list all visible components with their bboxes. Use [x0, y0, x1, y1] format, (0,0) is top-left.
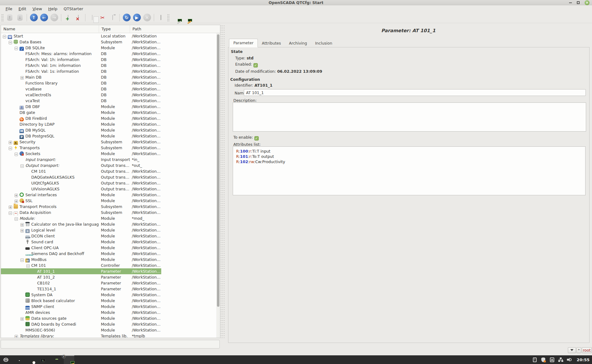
tree-row[interactable]: FSArch: Val: 1h: informationDB/WorkStati… [1, 57, 220, 63]
expand-icon[interactable]: + [20, 76, 24, 80]
show-desktop-button[interactable] [14, 356, 22, 363]
tree-row[interactable]: Directory by LDAPModule/WorkStation… [1, 121, 220, 127]
qtstarter-qtcfg-button[interactable] [171, 13, 180, 22]
collapse-icon[interactable]: − [15, 217, 18, 221]
manual-button[interactable] [156, 13, 166, 22]
tree-row[interactable]: Client OPC-UAModule/WorkStation… [1, 245, 220, 251]
collapse-icon[interactable]: − [15, 47, 18, 50]
attribute-list-item[interactable]: R:101:r:To:T output [233, 154, 585, 159]
close-button[interactable]: × [585, 0, 590, 5]
tree-row[interactable]: +Data sources gateModule/WorkStation… [1, 315, 220, 321]
tree-row[interactable]: DB gateModule/WorkStation… [1, 110, 220, 115]
tree-row[interactable]: FSArch: Val: 1m: informationDB/WorkStati… [1, 63, 220, 68]
tree-row[interactable]: MMS(IEC-9506)Module/WorkStation… [1, 327, 220, 333]
tree-row[interactable]: Input transport:Input transport*in_ [1, 157, 220, 162]
tree-row[interactable]: MDB MySQLModule/WorkStation… [1, 127, 220, 133]
star-button[interactable]: * [577, 347, 581, 353]
tab-parameter[interactable]: Parameter [229, 39, 258, 47]
reload-button[interactable]: ↻ [122, 13, 131, 22]
tree-row[interactable]: System DAModule/WorkStation… [1, 292, 220, 298]
tree-row[interactable]: −CM 101Controller/WorkStation… [1, 262, 220, 268]
volume-tray-icon[interactable] [567, 357, 572, 362]
panel-splitter[interactable] [220, 25, 225, 338]
tree-row[interactable]: +SSLModule/WorkStation… [1, 198, 220, 204]
tree-row[interactable]: SIEMENSSiemens DAQ and BeckhoffModule/Wo… [1, 251, 220, 257]
tree-row[interactable]: −Output transport:Output trans…*out_ [1, 162, 220, 168]
network-tray-icon[interactable] [558, 357, 563, 362]
tab-inclusion[interactable]: Inclusion [311, 39, 336, 47]
expand-icon[interactable]: + [9, 206, 12, 209]
minimize-button[interactable] [569, 2, 572, 3]
tree-row[interactable]: FSArch: Mess: alarms: informationDB/Work… [1, 51, 220, 57]
tree-row[interactable]: DCONDCON clientModule/WorkStation… [1, 233, 220, 239]
copy-item-button[interactable] [88, 13, 97, 22]
tree-row[interactable]: CM 101Output trans…/WorkStation… [1, 168, 220, 174]
paste-item-button[interactable] [108, 13, 117, 22]
report-tray-icon[interactable]: ! [532, 357, 537, 362]
tree-column-header-type[interactable]: Type [99, 25, 130, 33]
collapse-icon[interactable]: − [26, 264, 30, 268]
toolbar-grip[interactable] [167, 14, 169, 21]
cut-item-button[interactable]: ✂ [98, 13, 107, 22]
tree-row[interactable]: FSArch: Val: 1s: informationDB/WorkStati… [1, 68, 220, 74]
enabled-checkbox[interactable]: ✓ [253, 63, 258, 67]
tree-row[interactable]: SNMPSNMP clientModule/WorkStation… [1, 304, 220, 310]
menu-item-help[interactable]: Help [45, 6, 61, 11]
tree-row[interactable]: −Module:Module*mod_ [1, 215, 220, 221]
tree-row[interactable]: AT 101_1Parameter/WorkStation… [1, 268, 220, 274]
attributes-list[interactable]: R:100:r:Ti:T inputR:101:r:To:T outputR:1… [233, 146, 586, 195]
tree-row[interactable]: TE1314_1Parameter/WorkStation… [1, 286, 220, 292]
load-button[interactable]: ↑ [5, 13, 14, 22]
stop-button[interactable]: × [142, 13, 152, 22]
update-tray-icon[interactable] [550, 357, 555, 362]
collapse-icon[interactable]: − [15, 153, 18, 156]
menu-item-qtstarter[interactable]: QTStarter [60, 6, 86, 11]
tree-row[interactable]: vcaTestDB/WorkStation… [1, 98, 220, 104]
tree-row[interactable]: +Main DBDB/WorkStation… [1, 74, 220, 80]
expand-icon[interactable]: + [9, 141, 12, 144]
tree-row[interactable]: −↔ModBusModule/WorkStation… [1, 257, 220, 262]
tree-row[interactable]: AMR devicesModule/WorkStation… [1, 310, 220, 315]
tree-row[interactable]: −~Data AcquisitionSubsystem/WorkStation… [1, 210, 220, 215]
tree-row[interactable]: Block based calculatorModule/WorkStation… [1, 298, 220, 304]
tree-column-header-name[interactable]: Name [1, 25, 99, 33]
tree-row[interactable]: +KSecuritySubsystem/WorkStation… [1, 139, 220, 145]
tree-row[interactable]: +Templates library:Templates lib.*tmplb [1, 333, 220, 338]
tree-row[interactable]: vcaElectroElsDB/WorkStation… [1, 92, 220, 98]
terminal-launcher[interactable]: $_ [39, 356, 47, 363]
save-button[interactable]: ↓ [15, 13, 24, 22]
tree-row[interactable]: +Serial interfacesModule/WorkStation… [1, 192, 220, 198]
tree-row[interactable]: ++Logical levelModule/WorkStation… [1, 227, 220, 233]
tree-row[interactable]: +Transport ProtocolsSubsystem/WorkStatio… [1, 204, 220, 210]
tree-row[interactable]: Functions libraryDB/WorkStation… [1, 80, 220, 86]
tree-row[interactable]: CB102Parameter/WorkStation… [1, 280, 220, 286]
delete-item-button[interactable]: × [74, 13, 83, 22]
firewall-tray-icon[interactable] [541, 357, 546, 362]
expand-icon[interactable]: + [15, 335, 18, 338]
tree-column-header-path[interactable]: Path [130, 25, 220, 33]
tree-row[interactable]: −SocketsModule/WorkStation… [1, 151, 220, 157]
description-textarea[interactable] [233, 102, 586, 132]
tree-scrollbar[interactable] [216, 33, 220, 338]
collapse-icon[interactable]: − [9, 41, 12, 44]
files-launcher[interactable] [51, 356, 59, 363]
tree-scrollbar-thumb[interactable] [217, 34, 219, 307]
tree-row[interactable]: −WStartLocal station/WorkStation [1, 33, 220, 39]
user-button[interactable]: root [582, 347, 592, 353]
menu-item-edit[interactable]: Edit [15, 6, 29, 11]
tree-row[interactable]: −/DB SQLiteModule/WorkStation… [1, 45, 220, 51]
up-button[interactable]: ↑ [29, 13, 38, 22]
expand-icon[interactable]: + [15, 200, 18, 203]
qtstarter-vision-button[interactable] [181, 13, 190, 22]
tree-row[interactable]: PDB PostgreSQLModule/WorkStation… [1, 133, 220, 139]
collapse-icon[interactable]: − [9, 211, 12, 215]
maximize-button[interactable] [577, 1, 580, 4]
menu-item-file[interactable]: File [2, 6, 15, 11]
taskbar-clock[interactable]: 20:55 [577, 358, 590, 362]
menu-item-view[interactable]: View [29, 6, 45, 11]
tree-row[interactable]: −TransportsSubsystem/WorkStation… [1, 145, 220, 151]
tree-row[interactable]: DAQ boards by ComediModule/WorkStation… [1, 321, 220, 327]
tree-row[interactable]: UIVisionAGLKSOutput trans…/WorkStation… [1, 186, 220, 192]
tree-row[interactable]: −Data BasesSubsystem/WorkStation… [1, 39, 220, 45]
tree-row[interactable]: Sound cardModule/WorkStation… [1, 239, 220, 245]
